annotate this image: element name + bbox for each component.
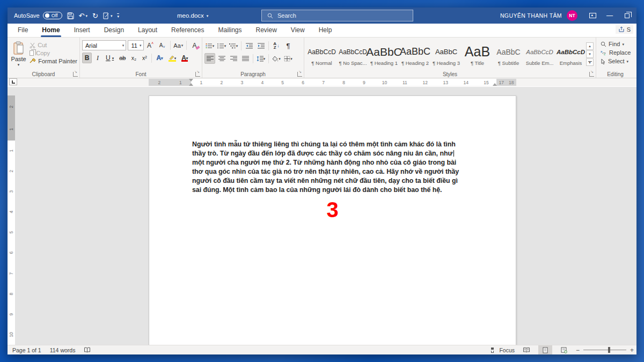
underline-button[interactable]: U▾ [104, 53, 116, 63]
clipboard-dialog-launcher[interactable] [73, 72, 78, 77]
superscript-button[interactable]: x² [140, 53, 149, 63]
style-preview: AaBbCcD [526, 43, 553, 60]
redo-button[interactable]: ↻ [92, 12, 98, 19]
tab-review[interactable]: Review [248, 24, 283, 37]
word-count[interactable]: 114 words [50, 347, 76, 353]
borders-button[interactable]: ▾ [283, 53, 294, 64]
subscript-button[interactable]: x₂ [129, 53, 138, 63]
tab-mailings[interactable]: Mailings [211, 24, 248, 37]
strikethrough-button[interactable]: ab [117, 53, 128, 63]
minimize-button[interactable]: — [601, 8, 618, 24]
style-chip-subtle[interactable]: AaBbCcDSubtle Em... [524, 42, 555, 68]
web-layout-button[interactable] [557, 345, 571, 354]
zoom-slider[interactable] [583, 350, 626, 350]
proofing-book-icon[interactable] [84, 347, 91, 353]
change-case-button[interactable]: Aa▾ [173, 40, 184, 50]
shading-button[interactable]: ▾ [271, 53, 282, 64]
save-button[interactable] [67, 12, 74, 19]
style-chip-subtitle[interactable]: AaBbC¶ Subtitle [493, 42, 524, 68]
style-chip-emphasis[interactable]: AaBbCcDEmphasis [555, 42, 586, 68]
text-highlight-button[interactable]: ▾ [166, 53, 179, 63]
style-chip-title[interactable]: AaB¶ Title [462, 42, 493, 68]
font-dialog-launcher[interactable] [195, 72, 200, 77]
styles-dialog-launcher[interactable] [589, 72, 594, 77]
restore-button[interactable] [618, 8, 635, 24]
horizontal-ruler[interactable]: 21 123456789101112131415 1718 [149, 79, 516, 86]
tab-file[interactable]: File [11, 24, 35, 37]
font-size-select[interactable]: 11 ▾ [128, 40, 143, 50]
style-chip-h1[interactable]: AaBbC¶ Heading 1 [369, 42, 399, 68]
paste-button[interactable]: Paste ▾ [10, 40, 27, 70]
replace-button[interactable]: ac Replace [601, 49, 632, 56]
increase-indent-button[interactable] [255, 40, 266, 51]
quick-access-overflow-button[interactable]: ▾ [117, 13, 119, 18]
shrink-font-button[interactable]: A˅ [157, 40, 167, 50]
style-chip-h3[interactable]: AaBbC¶ Heading 3 [431, 42, 462, 68]
share-button[interactable]: S [616, 25, 633, 34]
copy-button[interactable]: Copy [30, 50, 77, 56]
autosave-switch[interactable]: Off [43, 12, 62, 19]
tab-layout[interactable]: Layout [131, 24, 164, 37]
align-left-button[interactable] [204, 53, 215, 64]
clipboard-group: Paste ▾ Cut Copy [8, 38, 79, 78]
font-family-select[interactable]: Arial ▾ [82, 40, 126, 50]
tab-insert[interactable]: Insert [67, 24, 97, 37]
tab-help[interactable]: Help [312, 24, 339, 37]
print-layout-button[interactable] [538, 345, 552, 354]
zoom-in-icon[interactable]: + [630, 347, 634, 353]
sort-button[interactable]: AZ ↓ [271, 40, 282, 51]
tab-design[interactable]: Design [97, 24, 131, 37]
style-chip-normal[interactable]: AaBbCcD¶ No Spac... [338, 42, 368, 68]
document-title[interactable]: meo.docx ▾ [177, 8, 208, 24]
bold-button[interactable]: B [82, 53, 92, 63]
format-painter-button[interactable]: Format Painter [30, 58, 77, 64]
page-number[interactable]: 3 [149, 199, 516, 220]
first-line-indent-marker[interactable] [189, 79, 193, 82]
document-page[interactable]: Người tình mẫu tử thiêng liêng thì chúng… [149, 95, 516, 345]
align-right-button[interactable] [228, 53, 239, 64]
paragraph-dialog-launcher[interactable] [297, 72, 302, 77]
bullets-button[interactable]: ▾ [204, 40, 215, 51]
styles-more-button[interactable]: ▼ [586, 58, 594, 66]
style-chip-h2[interactable]: AaBbC¶ Heading 2 [400, 42, 430, 68]
right-indent-marker[interactable] [493, 83, 497, 86]
decrease-indent-button[interactable] [244, 40, 254, 51]
find-button[interactable]: Find ▾ [601, 41, 632, 47]
styles-scroll-down-button[interactable]: ▼ [586, 50, 594, 58]
show-hide-marks-button[interactable]: ¶ [283, 40, 294, 51]
tab-home[interactable]: Home [35, 24, 67, 37]
vertical-ruler[interactable]: 21 12345678910 [8, 95, 15, 345]
align-center-button[interactable] [216, 53, 227, 64]
hanging-indent-marker[interactable] [189, 83, 193, 86]
zoom-slider-thumb[interactable] [608, 347, 610, 353]
ribbon-display-options-button[interactable] [584, 8, 601, 24]
user-name[interactable]: NGUYỄN THANH TÂM [500, 12, 562, 19]
justify-button[interactable] [240, 53, 251, 64]
cut-button[interactable]: Cut [30, 42, 77, 48]
page-info[interactable]: Page 1 of 1 [12, 347, 41, 353]
paragraph-text[interactable]: Người tình mẫu tử thiêng liêng thì chúng… [192, 140, 474, 195]
autosave-toggle[interactable]: AutoSave Off [14, 12, 62, 19]
read-mode-button[interactable] [519, 345, 533, 354]
tab-view[interactable]: View [284, 24, 312, 37]
multilevel-list-button[interactable]: ▾ [228, 40, 239, 51]
tab-selector-button[interactable] [9, 78, 17, 85]
search-input[interactable]: Search [261, 10, 413, 21]
grow-font-button[interactable]: A˄ [145, 40, 156, 50]
avatar[interactable]: NT [567, 10, 577, 21]
focus-button[interactable]: Focus [491, 347, 515, 353]
undo-button[interactable]: ↶▾ [79, 12, 87, 19]
styles-scroll-up-button[interactable]: ▲ [586, 42, 594, 50]
clear-formatting-button[interactable]: A [189, 40, 200, 50]
numbering-button[interactable]: ▾ [216, 40, 227, 51]
line-spacing-button[interactable]: ▾ [255, 53, 266, 64]
text-effects-button[interactable]: A▾ [154, 53, 165, 63]
italic-button[interactable]: I [93, 53, 103, 63]
font-color-button[interactable]: A ▾ [179, 53, 190, 63]
style-name: ¶ Subtitle [498, 60, 519, 66]
zoom-out-icon[interactable]: − [576, 347, 580, 353]
touch-mouse-mode-button[interactable]: ▾ [103, 12, 113, 19]
style-chip-normal[interactable]: AaBbCcD¶ Normal [306, 42, 337, 68]
tab-references[interactable]: References [164, 24, 211, 37]
select-button[interactable]: Select ▾ [601, 58, 632, 64]
